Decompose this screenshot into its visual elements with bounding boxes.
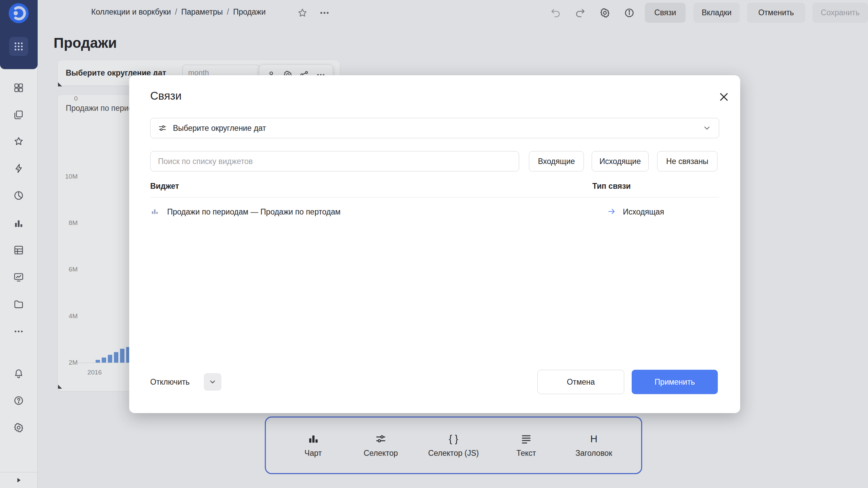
filter-outgoing-button[interactable]: Исходящие [592,151,649,171]
close-icon [718,91,730,103]
param-selector-dropdown[interactable]: Выберите округление дат [150,118,719,138]
dialog-title: Связи [150,89,181,102]
widget-name: Продажи по периодам — Продажи по пертода… [167,207,340,217]
chevron-down-icon [703,124,711,133]
sliders-icon [158,124,167,133]
column-header-relation-type: Тип связи [592,182,631,191]
chevron-down-icon [209,378,217,386]
chart-icon [151,207,159,215]
relations-dialog: Связи Выберите округление дат Входящие И… [129,75,740,413]
column-header-widget: Виджет [150,182,179,191]
close-button[interactable] [718,91,730,103]
filter-unlinked-button[interactable]: Не связаны [657,151,717,171]
relation-type: Исходящая [623,207,664,217]
table-divider [150,197,719,198]
disconnect-dropdown-button[interactable] [204,373,221,391]
apply-button[interactable]: Применить [632,370,718,394]
widget-search-input[interactable] [150,151,519,171]
param-selector-value: Выберите округление дат [173,124,266,133]
filter-incoming-button[interactable]: Входящие [529,151,584,171]
cancel-button[interactable]: Отмена [537,370,624,394]
arrow-right-icon [607,207,616,216]
disconnect-button[interactable]: Отключить [150,373,190,391]
